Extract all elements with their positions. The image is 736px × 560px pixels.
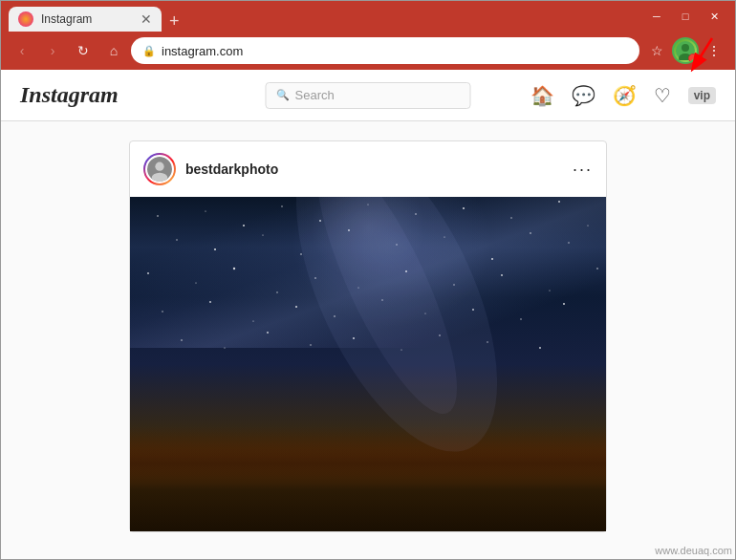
new-tab-button[interactable]: + — [162, 11, 187, 32]
home-button[interactable]: ⌂ — [100, 37, 127, 64]
tab-close-button[interactable]: ✕ — [141, 11, 152, 27]
address-bar[interactable]: 🔒 instagram.com — [131, 37, 639, 64]
instagram-header: Instagram 🔍 Search 🏠 💬 🧭 ♡ vip — [1, 70, 735, 121]
landscape-overlay — [130, 448, 606, 532]
browser-tab[interactable]: Instagram ✕ — [9, 7, 162, 32]
title-bar: Instagram ✕ + ─ □ ✕ — [1, 1, 735, 32]
refresh-button[interactable]: ↻ — [70, 37, 97, 64]
search-icon: 🔍 — [276, 89, 290, 101]
tab-favicon — [18, 11, 33, 27]
avatar-icon — [676, 41, 695, 60]
post-more-button[interactable]: ··· — [573, 160, 593, 180]
post-avatar-inner — [145, 155, 174, 183]
maximize-button[interactable]: □ — [672, 3, 699, 30]
watermark: www.deuaq.com — [655, 545, 732, 556]
instagram-logo: Instagram — [20, 82, 119, 108]
back-button[interactable]: ‹ — [9, 37, 35, 64]
svg-point-1 — [682, 44, 689, 52]
search-bar[interactable]: 🔍 Search — [266, 82, 471, 109]
home-icon[interactable]: 🏠 — [530, 84, 554, 107]
user-avatar — [672, 37, 699, 64]
heart-icon[interactable]: ♡ — [654, 84, 671, 107]
forward-button[interactable]: › — [39, 37, 66, 64]
address-text: instagram.com — [162, 44, 628, 58]
explore-icon[interactable]: 🧭 — [613, 84, 637, 107]
close-button[interactable]: ✕ — [701, 3, 727, 30]
tab-label: Instagram — [41, 12, 133, 26]
search-placeholder: Search — [295, 88, 461, 102]
post-card: bestdarkphoto ··· — [129, 140, 607, 532]
nav-actions: ☆ ⋮ — [643, 37, 727, 64]
minimize-button[interactable]: ─ — [643, 3, 670, 30]
feed-area: bestdarkphoto ··· — [1, 121, 735, 559]
lock-icon: 🔒 — [142, 45, 156, 57]
milky-way-overlay — [130, 197, 606, 348]
instagram-nav-icons: 🏠 💬 🧭 ♡ vip — [530, 84, 716, 107]
post-username: bestdarkphoto — [185, 162, 563, 177]
tab-area: Instagram ✕ + — [9, 1, 639, 32]
browser-window: Instagram ✕ + ─ □ ✕ ‹ › ↻ ⌂ 🔒 instagram.… — [0, 0, 736, 560]
page-content: Instagram 🔍 Search 🏠 💬 🧭 ♡ vip — [1, 70, 735, 559]
svg-point-4 — [155, 162, 163, 171]
window-controls: ─ □ ✕ — [643, 3, 727, 30]
post-user-avatar-icon — [147, 156, 172, 183]
post-avatar[interactable] — [143, 153, 176, 185]
avatar-button[interactable] — [672, 37, 699, 64]
post-header: bestdarkphoto ··· — [130, 141, 606, 197]
post-container: bestdarkphoto ··· — [129, 140, 607, 540]
vip-badge: vip — [688, 87, 716, 104]
navigation-bar: ‹ › ↻ ⌂ 🔒 instagram.com ☆ ⋮ — [1, 32, 735, 70]
svg-point-53 — [400, 349, 401, 350]
post-image — [130, 197, 606, 531]
messenger-icon[interactable]: 💬 — [572, 84, 595, 107]
menu-button[interactable]: ⋮ — [701, 37, 727, 64]
bookmark-button[interactable]: ☆ — [643, 37, 670, 64]
svg-point-49 — [224, 347, 225, 348]
